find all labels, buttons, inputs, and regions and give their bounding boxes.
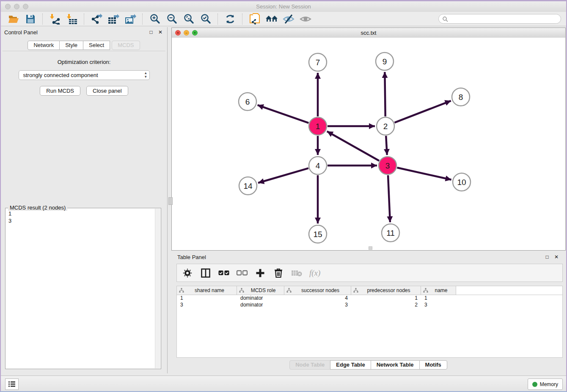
tab-mcds[interactable]: MCDS xyxy=(112,41,140,50)
table-cell[interactable]: 1 xyxy=(351,295,421,302)
show-all-eye-icon[interactable] xyxy=(298,13,313,25)
home-icon[interactable] xyxy=(264,13,279,25)
column-header-MCDS-role[interactable]: MCDS role xyxy=(237,286,284,295)
minimize-button[interactable] xyxy=(14,4,19,9)
graph-edge-3-11[interactable] xyxy=(388,175,390,222)
search-icon xyxy=(442,16,448,22)
network-canvas[interactable]: 7968124314101511 xyxy=(172,38,565,250)
table-cell[interactable]: 3 xyxy=(421,302,456,309)
close-panel-icon[interactable]: ✕ xyxy=(157,29,164,36)
graph-node-label: 11 xyxy=(386,229,395,237)
save-session-icon[interactable] xyxy=(23,13,38,25)
mcds-result-box: MCDS result (2 nodes) 13 xyxy=(5,208,161,369)
tab-style[interactable]: Style xyxy=(59,41,83,50)
delete-column-trash-icon[interactable] xyxy=(273,268,284,279)
tab-network-table[interactable]: Network Table xyxy=(371,360,420,370)
export-table-icon[interactable] xyxy=(106,13,121,25)
toolbar-separator xyxy=(217,14,218,25)
graph-edge-2-3[interactable] xyxy=(386,136,387,155)
toolbar-separator xyxy=(42,14,43,25)
table-cell[interactable]: dominator xyxy=(237,295,284,302)
column-layout-icon[interactable] xyxy=(200,268,211,279)
column-header-successor-nodes[interactable]: successor nodes xyxy=(284,286,351,295)
optimization-criterion-select[interactable]: strongly connected component ▴▾ xyxy=(19,70,150,80)
splitter-handle[interactable] xyxy=(168,197,173,205)
search-input[interactable] xyxy=(450,16,561,22)
float-panel-icon[interactable]: □ xyxy=(148,29,154,36)
settings-gear-icon[interactable] xyxy=(182,268,193,279)
result-scrollbar[interactable] xyxy=(155,209,160,368)
minimize-icon[interactable]: − xyxy=(184,30,189,36)
first-neighbors-icon[interactable] xyxy=(248,13,262,25)
window-frame xyxy=(0,0,1,392)
hide-selected-eye-icon[interactable] xyxy=(281,13,296,25)
toolbar-separator xyxy=(142,14,143,25)
zoom-selected-icon[interactable] xyxy=(198,13,213,25)
graph-edge-2-8[interactable] xyxy=(394,101,451,123)
column-header-shared-name[interactable]: shared name xyxy=(177,286,237,295)
application-window: Session: New Session xyxy=(0,0,567,392)
resize-handle[interactable] xyxy=(369,246,372,250)
graph-edge-3-10[interactable] xyxy=(397,168,451,180)
tab-network[interactable]: Network xyxy=(28,41,60,50)
column-type-icon xyxy=(423,288,428,293)
network-window-titlebar[interactable]: ✕ − + scc.txt xyxy=(172,28,565,38)
tab-select[interactable]: Select xyxy=(83,41,110,50)
status-bar: Memory xyxy=(1,375,566,391)
graph-edge-2-9[interactable] xyxy=(385,72,385,116)
main-toolbar xyxy=(1,12,566,26)
add-column-icon[interactable] xyxy=(255,268,266,279)
node-table[interactable]: shared nameMCDS rolesuccessor nodesprede… xyxy=(176,286,563,358)
graph-node-label: 10 xyxy=(457,178,466,187)
table-row[interactable]: 1dominator411 xyxy=(177,295,562,302)
zoom-out-icon[interactable] xyxy=(165,13,179,25)
table-cell[interactable]: dominator xyxy=(237,302,284,309)
search-box[interactable] xyxy=(438,14,561,24)
function-builder-icon: f(x) xyxy=(309,268,320,278)
table-row[interactable]: 3dominator323 xyxy=(177,302,562,309)
open-session-icon[interactable] xyxy=(6,13,21,25)
close-button[interactable] xyxy=(5,4,11,9)
table-cell[interactable]: 4 xyxy=(284,295,351,302)
close-panel-button[interactable]: Close panel xyxy=(86,86,128,96)
zoom-fit-icon[interactable] xyxy=(182,13,196,25)
import-network-icon[interactable] xyxy=(48,13,62,25)
table-cell[interactable]: 3 xyxy=(177,302,237,309)
refresh-icon[interactable] xyxy=(223,13,237,25)
table-cell[interactable]: 3 xyxy=(284,302,351,309)
column-header-name[interactable]: name xyxy=(421,286,456,295)
graph-node-label: 9 xyxy=(383,57,387,66)
graph-edge-1-6[interactable] xyxy=(258,105,309,123)
table-cell[interactable]: 2 xyxy=(351,302,421,309)
deselect-all-checkboxes-icon[interactable] xyxy=(237,268,248,279)
tab-motifs[interactable]: Motifs xyxy=(419,360,447,370)
delete-table-icon[interactable] xyxy=(291,268,302,279)
column-header-predecessor-nodes[interactable]: predecessor nodes xyxy=(351,286,421,295)
graph-edge-4-14[interactable] xyxy=(258,168,308,183)
table-cell[interactable]: 1 xyxy=(421,295,456,302)
zoom-button[interactable] xyxy=(23,4,28,9)
graph-edge-3-1[interactable] xyxy=(327,131,379,160)
control-panel-title: Control Panel xyxy=(4,29,145,36)
tab-node-table[interactable]: Node Table xyxy=(289,360,330,370)
column-header-label: shared name xyxy=(186,287,237,293)
tab-edge-table[interactable]: Edge Table xyxy=(330,360,371,370)
table-cell[interactable]: 1 xyxy=(177,295,237,302)
close-panel-icon[interactable]: ✕ xyxy=(553,254,560,260)
export-image-icon[interactable] xyxy=(123,13,138,25)
memory-button[interactable]: Memory xyxy=(528,378,563,390)
maximize-icon[interactable]: + xyxy=(192,30,198,36)
control-panel-tabs: NetworkStyleSelectMCDS xyxy=(1,41,167,50)
import-table-icon[interactable] xyxy=(65,13,79,25)
graph-node-label: 14 xyxy=(243,182,253,190)
task-history-button[interactable] xyxy=(5,378,19,390)
zoom-in-icon[interactable] xyxy=(148,13,162,25)
graph-node-label: 2 xyxy=(383,122,388,131)
column-header-label: name xyxy=(430,287,456,293)
run-mcds-button[interactable]: Run MCDS xyxy=(40,86,80,96)
export-network-icon[interactable] xyxy=(89,13,104,25)
main-titlebar: Session: New Session xyxy=(1,1,566,12)
float-panel-icon[interactable]: □ xyxy=(544,254,550,260)
close-icon[interactable]: ✕ xyxy=(175,30,181,36)
select-all-checkboxes-icon[interactable] xyxy=(218,268,229,279)
